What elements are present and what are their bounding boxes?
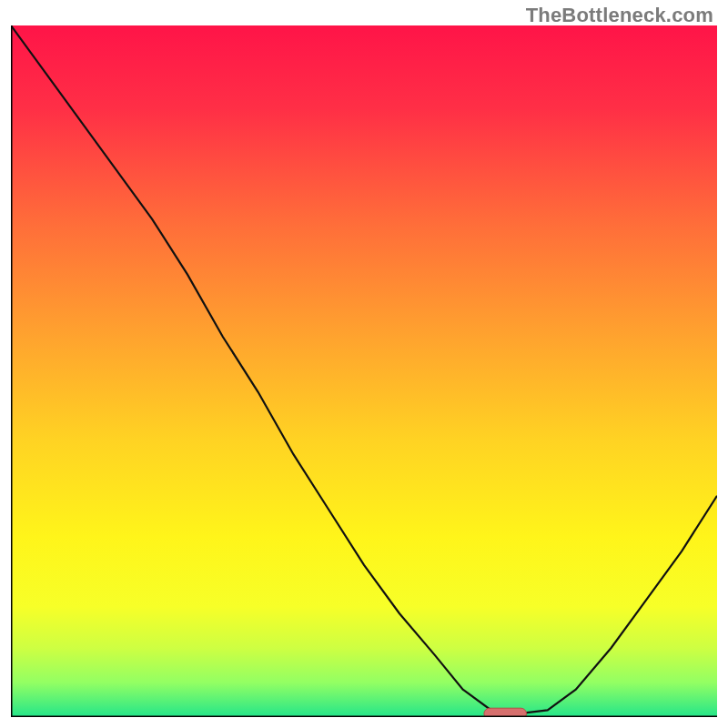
gradient-background [11,25,717,717]
chart-wrap: TheBottleneck.com [0,0,728,728]
watermark-text: TheBottleneck.com [526,4,713,27]
plot-frame [11,25,717,717]
bottleneck-chart [11,25,717,717]
